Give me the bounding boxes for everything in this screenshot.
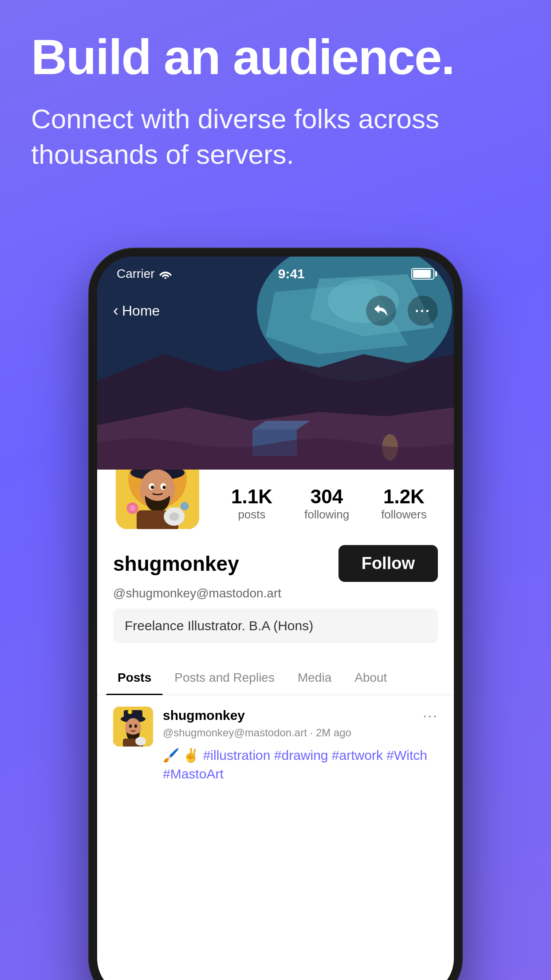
svg-point-26: [169, 512, 179, 521]
tab-about[interactable]: About: [343, 661, 398, 695]
svg-point-28: [130, 505, 135, 511]
following-label: following: [304, 508, 349, 522]
post-time: 2M ago: [316, 727, 351, 739]
hashtag-mastoart[interactable]: #MastoArt: [163, 767, 224, 781]
hashtag-illustration[interactable]: #illustration: [203, 748, 271, 763]
battery-fill: [413, 270, 431, 278]
avatar-art: [116, 470, 199, 529]
phone-mockup: Carrier 9:41 ‹ Hom: [89, 249, 462, 980]
hero-section: Build an audience. Connect with diverse …: [31, 31, 520, 173]
nav-actions: ···: [366, 296, 438, 326]
carrier-info: Carrier: [117, 267, 172, 281]
profile-header: 1.1K posts 304 following 1.2K followers: [97, 470, 454, 541]
post-content: shugmonkey ··· @shugmonkey@mastodon.art …: [163, 707, 438, 783]
post-author: shugmonkey: [163, 708, 245, 723]
followers-count: 1.2K: [381, 486, 427, 508]
more-icon: ···: [415, 304, 431, 318]
profile-info: shugmonkey Follow @shugmonkey@mastodon.a…: [97, 541, 454, 661]
battery-indicator: [411, 268, 434, 280]
avatar: [113, 470, 202, 532]
status-time: 9:41: [278, 266, 305, 281]
svg-point-36: [129, 724, 132, 728]
phone-screen: Carrier 9:41 ‹ Hom: [97, 257, 454, 980]
profile-name: shugmonkey: [113, 552, 239, 576]
profile-bio: Freelance Illustrator. B.A (Hons): [113, 609, 438, 643]
stats-row: 1.1K posts 304 following 1.2K followers: [215, 478, 443, 522]
more-options-button[interactable]: ···: [408, 296, 438, 326]
svg-point-29: [181, 502, 189, 510]
status-bar: Carrier 9:41: [97, 257, 454, 286]
post-text: 🖌️ ✌️ #illustration #drawing #artwork #W…: [163, 746, 438, 783]
post-separator: ·: [310, 727, 316, 739]
battery-icon: [411, 268, 434, 280]
posts-stat: 1.1K posts: [215, 486, 288, 522]
posts-label: posts: [231, 508, 272, 522]
post-item: shugmonkey ··· @shugmonkey@mastodon.art …: [113, 707, 438, 783]
post-avatar: [113, 707, 153, 747]
follow-button[interactable]: Follow: [338, 545, 438, 582]
post-header: shugmonkey ···: [163, 707, 438, 724]
navigation-bar: ‹ Home ···: [97, 288, 454, 333]
svg-point-10: [164, 277, 166, 279]
hashtag-artwork[interactable]: #artwork: [332, 748, 383, 763]
reply-icon: [374, 304, 389, 317]
post-menu-button[interactable]: ···: [423, 707, 438, 724]
profile-section: 1.1K posts 304 following 1.2K followers: [97, 470, 454, 980]
carrier-label: Carrier: [117, 267, 155, 281]
avatar-container: [113, 470, 202, 532]
reply-button[interactable]: [366, 296, 396, 326]
svg-point-39: [135, 737, 146, 746]
post-handle: @shugmonkey@mastodon.art: [163, 727, 307, 739]
tabs-container: Posts Posts and Replies Media About: [97, 661, 454, 695]
svg-point-34: [128, 710, 132, 714]
svg-point-37: [134, 724, 137, 728]
posts-count: 1.1K: [231, 486, 272, 508]
phone-outer: Carrier 9:41 ‹ Hom: [89, 249, 462, 980]
followers-stat: 1.2K followers: [365, 486, 443, 522]
hero-subtitle: Connect with diverse folks across thousa…: [31, 101, 520, 173]
wifi-icon: [159, 269, 172, 279]
hashtag-witch[interactable]: #Witch: [386, 748, 427, 763]
back-button[interactable]: ‹ Home: [113, 301, 160, 320]
back-label: Home: [122, 303, 160, 319]
followers-label: followers: [381, 508, 427, 522]
post-avatar-art: [113, 707, 153, 747]
tab-posts-and-replies[interactable]: Posts and Replies: [163, 661, 286, 695]
svg-point-21: [162, 486, 166, 489]
profile-handle: @shugmonkey@mastodon.art: [113, 586, 438, 601]
hero-title: Build an audience.: [31, 31, 520, 83]
back-arrow-icon: ‹: [113, 301, 118, 320]
following-stat: 304 following: [288, 486, 365, 522]
posts-area: shugmonkey ··· @shugmonkey@mastodon.art …: [97, 695, 454, 783]
svg-point-20: [151, 486, 154, 489]
hashtag-drawing[interactable]: #drawing: [274, 748, 328, 763]
following-count: 304: [304, 486, 349, 508]
post-emoji: 🖌️ ✌️: [163, 748, 203, 763]
tab-posts[interactable]: Posts: [106, 661, 163, 695]
post-meta: @shugmonkey@mastodon.art · 2M ago: [163, 727, 438, 739]
tab-media[interactable]: Media: [286, 661, 343, 695]
profile-name-row: shugmonkey Follow: [113, 545, 438, 582]
